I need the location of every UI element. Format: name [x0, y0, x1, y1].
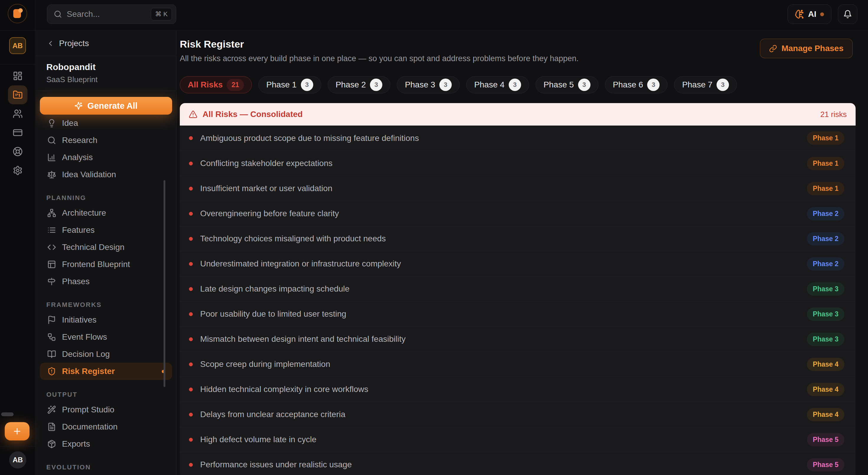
- sidebar-item-risk-register[interactable]: Risk Register: [40, 363, 172, 380]
- risk-row[interactable]: Insufficient market or user validationPh…: [180, 176, 856, 201]
- bell-icon: [843, 10, 852, 19]
- risk-row[interactable]: Conflicting stakeholder expectationsPhas…: [180, 151, 856, 176]
- tab-phase-2[interactable]: Phase 23: [328, 76, 391, 93]
- project-name: Robopandit: [46, 62, 166, 72]
- settings-icon[interactable]: [8, 161, 27, 180]
- risk-text: Late design changes impacting schedule: [200, 284, 349, 294]
- risk-dot: [189, 187, 193, 190]
- shield-alert-icon: [47, 367, 56, 376]
- users-icon[interactable]: [8, 104, 27, 123]
- search-box[interactable]: ⌘ K: [47, 4, 176, 24]
- phase-tabs: All Risks21Phase 13Phase 23Phase 33Phase…: [180, 76, 856, 93]
- add-project-button[interactable]: [5, 422, 30, 440]
- back-to-projects[interactable]: Projects: [36, 31, 176, 56]
- sidebar-item-technical-design[interactable]: Technical Design: [36, 239, 176, 256]
- phase-badge: Phase 4: [807, 383, 844, 396]
- risk-row[interactable]: Underestimated integration or infrastruc…: [180, 251, 856, 276]
- sidebar-item-label: Features: [62, 226, 95, 235]
- generate-all-button[interactable]: Generate All: [40, 97, 172, 115]
- sidebar-item-idea[interactable]: Idea: [36, 115, 176, 132]
- risk-text: Mismatch between design intent and techn…: [200, 334, 406, 344]
- manage-phases-button[interactable]: Manage Phases: [760, 39, 852, 58]
- phase-badge: Phase 4: [807, 358, 844, 371]
- folder-kanban-icon[interactable]: [8, 85, 27, 104]
- sidebar-item-frontend-blueprint[interactable]: Frontend Blueprint: [36, 256, 176, 273]
- sidebar-item-initiatives[interactable]: Initiatives: [36, 311, 176, 328]
- project-sidebar: Projects Robopandit SaaS Blueprint Gener…: [36, 31, 177, 475]
- sidebar-item-architecture[interactable]: Architecture: [36, 204, 176, 221]
- risk-row[interactable]: Poor usability due to limited user testi…: [180, 301, 856, 326]
- sidebar-item-label: Prompt Studio: [62, 405, 114, 414]
- sidebar-item-label: Architecture: [62, 208, 106, 218]
- sidebar-item-research[interactable]: Research: [36, 132, 176, 149]
- layout-dashboard-icon[interactable]: [8, 66, 27, 85]
- sidebar-item-label: Decision Log: [62, 350, 110, 359]
- risk-row[interactable]: Scope creep during implementationPhase 4: [180, 352, 856, 377]
- notifications-button[interactable]: [838, 4, 857, 24]
- sidebar-item-features[interactable]: Features: [36, 221, 176, 239]
- milestone-icon: [47, 277, 56, 286]
- sidebar-item-label: Idea: [62, 118, 78, 128]
- risk-row[interactable]: Mismatch between design intent and techn…: [180, 326, 856, 352]
- risk-dot: [189, 136, 193, 140]
- risk-dot: [189, 438, 193, 442]
- user-avatar[interactable]: AB: [9, 451, 26, 469]
- sidebar-item-documentation[interactable]: Documentation: [36, 418, 176, 436]
- nav-section-header-output: OUTPUT: [36, 388, 176, 401]
- tab-phase-7[interactable]: Phase 73: [674, 76, 737, 93]
- sidebar-item-exports[interactable]: Exports: [36, 436, 176, 452]
- phase-badge: Phase 2: [807, 257, 844, 271]
- generate-all-label: Generate All: [87, 101, 137, 111]
- risk-row[interactable]: Late design changes impacting schedulePh…: [180, 276, 856, 301]
- risk-dot: [189, 388, 193, 391]
- tab-all-risks[interactable]: All Risks21: [180, 76, 252, 93]
- banner-title: All Risks — Consolidated: [203, 110, 303, 119]
- tab-phase-5[interactable]: Phase 53: [535, 76, 598, 93]
- tab-phase-3[interactable]: Phase 33: [397, 76, 460, 93]
- back-label: Projects: [59, 39, 89, 48]
- book-open-icon: [47, 350, 56, 359]
- tab-phase-6[interactable]: Phase 63: [605, 76, 668, 93]
- sidebar-item-idea-validation[interactable]: Idea Validation: [36, 166, 176, 183]
- risk-text: Hidden technical complexity in core work…: [200, 385, 368, 394]
- nav-section-header-frameworks: FRAMEWORKS: [36, 298, 176, 311]
- risk-row[interactable]: Performance issues under realistic usage…: [180, 452, 856, 475]
- ai-status-dot: [820, 12, 824, 16]
- tab-phase-1[interactable]: Phase 13: [258, 76, 321, 93]
- risk-dot: [189, 362, 193, 366]
- risk-dot: [189, 237, 193, 241]
- risk-text: Conflicting stakeholder expectations: [200, 159, 333, 168]
- credit-card-icon[interactable]: [8, 123, 27, 142]
- sidebar-item-phases[interactable]: Phases: [36, 273, 176, 290]
- sidebar-item-prompt-studio[interactable]: Prompt Studio: [36, 401, 176, 418]
- risk-row[interactable]: Hidden technical complexity in core work…: [180, 377, 856, 402]
- risk-row[interactable]: High defect volume late in cyclePhase 5: [180, 427, 856, 452]
- tab-label: Phase 2: [336, 80, 366, 90]
- risk-row[interactable]: Ambiguous product scope due to missing f…: [180, 125, 856, 151]
- sidebar-item-label: Initiatives: [62, 315, 97, 325]
- ai-assistant-button[interactable]: AI: [787, 4, 831, 24]
- sidebar-item-label: Exports: [62, 439, 90, 449]
- lightbulb-icon: [47, 119, 56, 128]
- risk-text: Performance issues under realistic usage: [200, 460, 352, 469]
- workflow-icon: [47, 333, 56, 342]
- topbar: ⌘ K AI: [0, 0, 868, 30]
- life-buoy-icon[interactable]: [8, 142, 27, 161]
- risk-row[interactable]: Overengineering before feature clarityPh…: [180, 201, 856, 226]
- tab-label: Phase 5: [544, 80, 574, 90]
- search-input[interactable]: [67, 9, 146, 19]
- tab-phase-4[interactable]: Phase 43: [466, 76, 529, 93]
- risk-text: Underestimated integration or infrastruc…: [200, 259, 401, 269]
- sidebar-item-event-flows[interactable]: Event Flows: [36, 328, 176, 346]
- workspace-badge[interactable]: AB: [9, 37, 26, 54]
- sidebar-item-analysis[interactable]: Analysis: [36, 149, 176, 166]
- package-icon: [47, 440, 56, 448]
- nav-section-header-evolution: EVOLUTION: [36, 461, 176, 474]
- risk-row[interactable]: Delays from unclear acceptance criteriaP…: [180, 402, 856, 427]
- sidebar-item-decision-log[interactable]: Decision Log: [36, 346, 176, 363]
- flag-icon: [47, 316, 56, 324]
- link-icon: [769, 44, 777, 53]
- risk-row[interactable]: Technology choices misaligned with produ…: [180, 226, 856, 251]
- sidebar-scrollbar[interactable]: [163, 180, 165, 387]
- phase-badge: Phase 1: [807, 157, 844, 170]
